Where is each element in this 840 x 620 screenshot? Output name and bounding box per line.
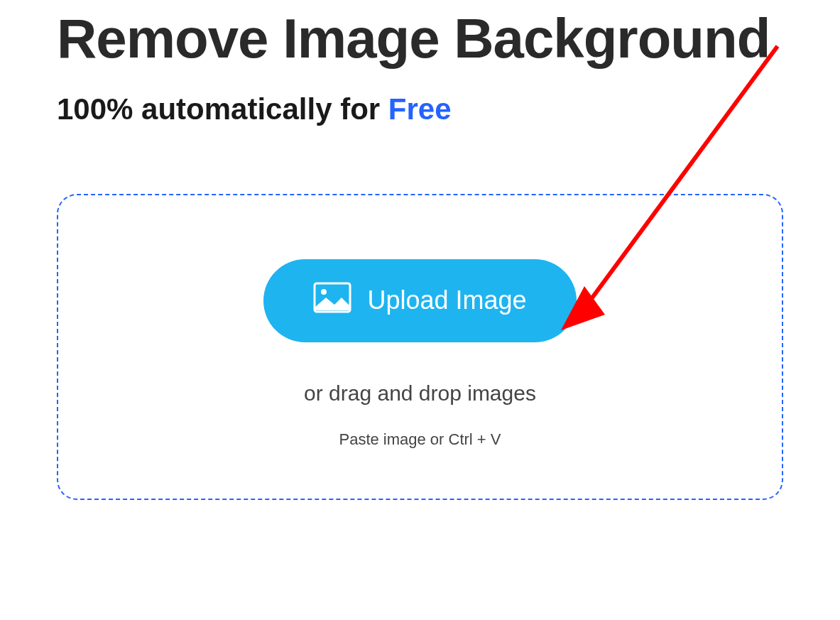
- upload-image-button[interactable]: Upload Image: [263, 259, 576, 342]
- upload-dropzone[interactable]: Upload Image or drag and drop images Pas…: [57, 194, 783, 500]
- page-title: Remove Image Background: [57, 7, 783, 71]
- paste-hint-text: Paste image or Ctrl + V: [87, 430, 753, 449]
- svg-point-1: [321, 289, 327, 295]
- image-icon: [313, 282, 351, 320]
- drag-drop-text: or drag and drop images: [87, 381, 753, 406]
- subtitle-highlight: Free: [388, 92, 452, 126]
- subtitle-prefix: 100% automatically for: [57, 92, 388, 126]
- page-subtitle: 100% automatically for Free: [57, 92, 783, 126]
- upload-button-label: Upload Image: [367, 285, 526, 315]
